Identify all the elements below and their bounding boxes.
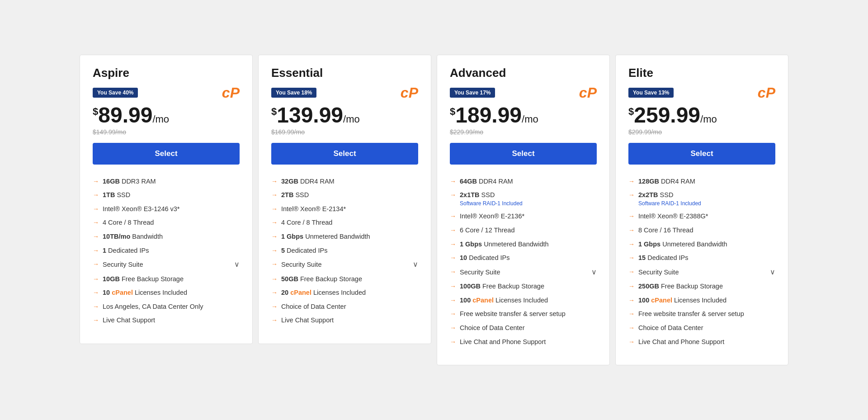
arrow-icon: → — [628, 296, 635, 305]
feature-bold-text: 100GB — [460, 283, 481, 290]
cpanel-text: cPanel — [651, 297, 672, 304]
arrow-icon: → — [93, 205, 99, 214]
arrow-icon: → — [93, 260, 99, 269]
security-suite-label: Security Suite — [103, 260, 143, 269]
feature-item-essential-7: →50GB Free Backup Storage — [271, 272, 418, 286]
plan-card-aspire: AspireYou Save 40%cP$89.99/mo$149.99/moS… — [80, 55, 253, 344]
chevron-down-icon[interactable]: ∨ — [770, 267, 775, 277]
features-list-elite: →128GB DDR4 RAM→2x2TB SSDSoftware RAID-1… — [628, 175, 775, 349]
feature-item-elite-8: →100 cPanel Licenses Included — [628, 293, 775, 307]
arrow-icon: → — [93, 232, 99, 241]
plan-title-aspire: Aspire — [93, 66, 240, 80]
plan-card-advanced: AdvancedYou Save 17%cP$189.99/mo$229.99/… — [437, 55, 610, 365]
cpanel-text: cPanel — [472, 297, 494, 304]
feature-bold-text: 1 — [103, 247, 106, 254]
arrow-icon: → — [628, 268, 635, 277]
feature-bold-text: 5 — [281, 247, 285, 254]
feature-bold-text: 1 Gbps — [460, 241, 482, 248]
arrow-icon: → — [628, 254, 635, 263]
arrow-icon: → — [93, 191, 99, 200]
arrow-icon: → — [271, 191, 278, 200]
feature-item-advanced-9: →Free website transfer & server setup — [450, 307, 597, 321]
arrow-icon: → — [628, 282, 635, 291]
feature-item-elite-3: →8 Core / 16 Thread — [628, 223, 775, 237]
feature-bold-text: 10 — [103, 289, 110, 296]
price-main-advanced: $189.99/mo — [450, 104, 597, 127]
feature-item-advanced-5: →10 Dedicated IPs — [450, 251, 597, 265]
feature-item-aspire-3: →4 Core / 8 Thread — [93, 216, 240, 230]
feature-item-essential-9: →Choice of Data Center — [271, 300, 418, 314]
select-button-essential[interactable]: Select — [271, 143, 418, 165]
feature-bold-text: 15 — [638, 254, 646, 261]
feature-bold-text: 50GB — [281, 275, 298, 283]
security-suite-row-elite: Security Suite∨ — [638, 267, 775, 277]
price-main-aspire: $89.99/mo — [93, 104, 240, 127]
feature-item-elite-7: →250GB Free Backup Storage — [628, 279, 775, 293]
feature-item-aspire-10: →Live Chat Support — [93, 313, 240, 327]
badge-row-elite: You Save 13%cP — [628, 85, 775, 100]
arrow-icon: → — [271, 288, 278, 297]
plan-title-advanced: Advanced — [450, 66, 597, 80]
feature-bold-text: 64GB — [460, 178, 477, 185]
arrow-icon: → — [628, 226, 635, 235]
security-suite-row-essential: Security Suite∨ — [281, 260, 418, 269]
feature-item-essential-6: →Security Suite∨ — [271, 257, 418, 272]
chevron-down-icon[interactable]: ∨ — [591, 267, 597, 277]
cpanel-logo-essential: cP — [401, 85, 418, 100]
security-suite-row-aspire: Security Suite∨ — [103, 260, 240, 269]
chevron-down-icon[interactable]: ∨ — [413, 260, 418, 269]
plan-title-essential: Essential — [271, 66, 418, 80]
feature-bold-text: 100 — [460, 297, 471, 304]
plan-card-essential: EssentialYou Save 18%cP$139.99/mo$169.99… — [258, 55, 431, 344]
feature-item-elite-6: →Security Suite∨ — [628, 265, 775, 279]
arrow-icon: → — [93, 246, 99, 255]
arrow-icon: → — [450, 254, 456, 263]
cpanel-logo-elite: cP — [758, 85, 775, 100]
feature-bold-text: 250GB — [638, 283, 659, 290]
feature-item-aspire-2: →Intel® Xeon® E3-1246 v3* — [93, 202, 240, 216]
feature-bold-text: 100 — [638, 297, 649, 304]
feature-bold-text: 1TB — [103, 191, 115, 198]
feature-item-elite-4: →1 Gbps Unmetered Bandwidth — [628, 237, 775, 251]
select-button-elite[interactable]: Select — [628, 143, 775, 165]
raid-note: Software RAID-1 Included — [638, 200, 775, 208]
price-old-elite: $299.99/mo — [628, 128, 775, 136]
arrow-icon: → — [450, 324, 456, 333]
select-button-advanced[interactable]: Select — [450, 143, 597, 165]
arrow-icon: → — [450, 240, 456, 249]
feature-item-aspire-9: →Los Angeles, CA Data Center Only — [93, 300, 240, 314]
feature-bold-text: 2TB — [281, 191, 293, 198]
arrow-icon: → — [450, 177, 456, 186]
feature-item-essential-4: →1 Gbps Unmetered Bandwidth — [271, 230, 418, 244]
feature-item-aspire-6: →Security Suite∨ — [93, 257, 240, 272]
feature-item-advanced-0: →64GB DDR4 RAM — [450, 175, 597, 189]
feature-item-advanced-7: →100GB Free Backup Storage — [450, 279, 597, 293]
feature-item-advanced-3: →6 Core / 12 Thread — [450, 223, 597, 237]
raid-note: Software RAID-1 Included — [460, 200, 597, 208]
arrow-icon: → — [93, 218, 99, 227]
features-list-aspire: →16GB DDR3 RAM→1TB SSD→Intel® Xeon® E3-1… — [93, 175, 240, 327]
feature-bold-text: 20 — [281, 289, 288, 296]
arrow-icon: → — [271, 177, 278, 186]
chevron-down-icon[interactable]: ∨ — [234, 260, 240, 269]
cpanel-text: cPanel — [290, 289, 311, 296]
security-suite-row-advanced: Security Suite∨ — [460, 267, 597, 277]
save-badge-elite: You Save 13% — [628, 88, 674, 98]
badge-row-aspire: You Save 40%cP — [93, 85, 240, 100]
arrow-icon: → — [628, 191, 635, 200]
feature-item-aspire-0: →16GB DDR3 RAM — [93, 175, 240, 189]
arrow-icon: → — [628, 310, 635, 319]
feature-bold-text: 16GB — [103, 178, 120, 185]
feature-bold-text: 32GB — [281, 178, 298, 185]
arrow-icon: → — [93, 302, 99, 311]
price-old-essential: $169.99/mo — [271, 128, 418, 136]
arrow-icon: → — [93, 316, 99, 325]
arrow-icon: → — [628, 240, 635, 249]
select-button-aspire[interactable]: Select — [93, 143, 240, 165]
plan-title-elite: Elite — [628, 66, 775, 80]
feature-item-elite-5: →15 Dedicated IPs — [628, 251, 775, 265]
arrow-icon: → — [450, 296, 456, 305]
arrow-icon: → — [628, 324, 635, 333]
feature-item-essential-3: →4 Core / 8 Thread — [271, 216, 418, 230]
feature-item-advanced-2: →Intel® Xeon® E-2136* — [450, 209, 597, 223]
